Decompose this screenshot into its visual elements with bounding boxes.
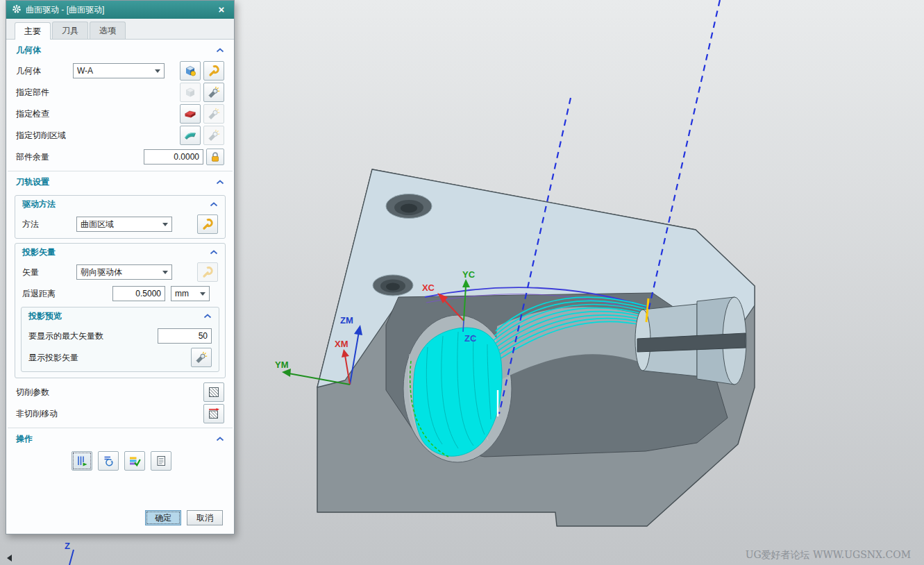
vector-label: 矢量 bbox=[22, 267, 76, 278]
chevron-down-icon bbox=[162, 223, 168, 226]
edit-drive-method-button[interactable] bbox=[197, 214, 218, 234]
geometry-row: 几何体 W-A bbox=[6, 61, 234, 81]
part-cube-icon bbox=[184, 86, 196, 99]
wrench-icon bbox=[208, 65, 220, 77]
tab-tool[interactable]: 刀具 bbox=[52, 22, 88, 39]
lock-button[interactable] bbox=[206, 149, 224, 165]
flashlight-icon bbox=[208, 129, 220, 142]
show-vectors-label: 显示投影矢量 bbox=[28, 352, 78, 364]
chevron-up-icon[interactable] bbox=[216, 180, 224, 185]
cutting-params-button[interactable] bbox=[203, 382, 224, 402]
retract-unit-combo[interactable]: mm bbox=[171, 286, 210, 301]
cancel-button[interactable]: 取消 bbox=[187, 510, 223, 525]
section-geometry-title: 几何体 bbox=[16, 44, 41, 56]
max-vectors-input[interactable] bbox=[158, 328, 212, 344]
gear-icon bbox=[12, 4, 22, 16]
max-vectors-row: 要显示的最大矢量数 bbox=[22, 326, 219, 346]
verify-toolpath-button[interactable] bbox=[124, 451, 145, 471]
specify-check-row: 指定检查 bbox=[6, 104, 234, 124]
part-stock-input[interactable] bbox=[144, 149, 203, 165]
flashlight-icon bbox=[195, 351, 208, 364]
non-cutting-label: 非切削移动 bbox=[16, 408, 58, 420]
select-check-button[interactable] bbox=[180, 104, 201, 124]
chevron-down-icon bbox=[200, 292, 205, 296]
specify-part-row: 指定部件 bbox=[6, 83, 234, 102]
axis-label-zc: ZC bbox=[464, 333, 477, 344]
surface-drive-dialog: 曲面驱动 - [曲面驱动] × 主要 刀具 选项 几何体 几何体 W-A 指定部… bbox=[6, 0, 235, 534]
wrench-icon bbox=[201, 218, 214, 230]
dialog-title: 曲面驱动 - [曲面驱动] bbox=[26, 4, 210, 16]
dialog-titlebar[interactable]: 曲面驱动 - [曲面驱动] × bbox=[6, 1, 234, 19]
dialog-tabs: 主要 刀具 选项 bbox=[6, 19, 234, 40]
method-combo-value: 曲面区域 bbox=[81, 219, 160, 230]
drive-method-header[interactable]: 驱动方法 bbox=[15, 196, 225, 212]
select-cut-area-button[interactable] bbox=[180, 126, 201, 145]
chevron-up-icon[interactable] bbox=[203, 314, 212, 319]
display-cut-area-button bbox=[203, 126, 224, 145]
ok-button[interactable]: 确定 bbox=[145, 510, 181, 525]
vector-combo-value: 朝向驱动体 bbox=[81, 267, 160, 278]
vector-combo[interactable]: 朝向驱动体 bbox=[76, 264, 172, 280]
show-projection-vectors-button[interactable] bbox=[191, 348, 212, 367]
max-vectors-label: 要显示的最大矢量数 bbox=[28, 330, 103, 342]
check-geometry-icon bbox=[184, 108, 196, 120]
list-icon bbox=[155, 455, 167, 467]
chevron-up-icon[interactable] bbox=[216, 48, 224, 53]
drive-method-title: 驱动方法 bbox=[22, 199, 56, 210]
shaft-cylinder[interactable] bbox=[635, 297, 746, 385]
chevron-up-icon[interactable] bbox=[210, 250, 218, 255]
generate-toolpath-button[interactable] bbox=[72, 451, 92, 471]
chevron-up-icon[interactable] bbox=[216, 437, 224, 441]
method-row: 方法 曲面区域 bbox=[15, 214, 225, 234]
close-icon[interactable]: × bbox=[215, 3, 228, 17]
axis-label-ym: YM bbox=[275, 360, 289, 370]
section-geometry-header[interactable]: 几何体 bbox=[6, 41, 234, 59]
axis-label-xm: XM bbox=[335, 339, 348, 349]
section-actions-header[interactable]: 操作 bbox=[6, 430, 234, 448]
dialog-body: 几何体 几何体 W-A 指定部件 指定检查 指定切削区域 bbox=[6, 40, 234, 503]
chevron-down-icon bbox=[162, 271, 168, 274]
section-divider bbox=[8, 428, 233, 428]
cutting-params-label: 切削参数 bbox=[16, 387, 49, 398]
projection-vector-group: 投影矢量 矢量 朝向驱动体 后退距离 mm bbox=[15, 243, 226, 378]
projection-preview-header[interactable]: 投影预览 bbox=[22, 307, 219, 324]
new-geometry-button[interactable] bbox=[180, 61, 201, 81]
generate-toolpath-icon bbox=[76, 455, 88, 467]
show-vectors-row: 显示投影矢量 bbox=[22, 348, 219, 367]
method-label: 方法 bbox=[22, 219, 76, 230]
cutting-params-row: 切削参数 bbox=[6, 382, 234, 402]
geometry-combo-value: W-A bbox=[77, 66, 152, 76]
cut-area-surface-icon bbox=[184, 129, 196, 142]
axis-label-zm: ZM bbox=[340, 315, 353, 326]
replay-toolpath-icon bbox=[102, 455, 115, 467]
flashlight-icon bbox=[208, 86, 220, 99]
resource-bar-collapse-icon[interactable] bbox=[7, 555, 12, 562]
tab-options[interactable]: 选项 bbox=[90, 22, 126, 39]
list-toolpath-button[interactable] bbox=[151, 451, 171, 471]
tab-main[interactable]: 主要 bbox=[15, 22, 51, 40]
section-toolpath-title: 刀轨设置 bbox=[16, 176, 49, 188]
axis-label-xc: XC bbox=[422, 282, 435, 293]
edit-geometry-button[interactable] bbox=[203, 61, 224, 81]
chevron-up-icon[interactable] bbox=[210, 202, 218, 207]
watermark: UG爱好者论坛 WWW.UGSNX.COM bbox=[746, 549, 911, 560]
specify-check-label: 指定检查 bbox=[16, 108, 49, 120]
section-divider bbox=[8, 171, 233, 171]
chevron-down-icon bbox=[155, 69, 160, 73]
part-stock-row: 部件余量 bbox=[6, 147, 234, 167]
replay-toolpath-button[interactable] bbox=[98, 451, 119, 471]
projection-vector-title: 投影矢量 bbox=[22, 246, 56, 258]
retract-distance-input[interactable] bbox=[112, 286, 165, 301]
specify-part-label: 指定部件 bbox=[16, 87, 49, 99]
drive-method-group: 驱动方法 方法 曲面区域 bbox=[15, 195, 226, 239]
verify-toolpath-icon bbox=[128, 455, 141, 467]
specify-cut-area-row: 指定切削区域 bbox=[6, 126, 234, 145]
non-cutting-moves-button[interactable] bbox=[203, 404, 224, 423]
actions-row bbox=[6, 448, 234, 478]
section-toolpath-header[interactable]: 刀轨设置 bbox=[6, 173, 234, 191]
retract-unit-value: mm bbox=[175, 289, 197, 298]
display-part-button[interactable] bbox=[203, 83, 224, 102]
method-combo[interactable]: 曲面区域 bbox=[76, 217, 172, 232]
geometry-combo[interactable]: W-A bbox=[73, 63, 165, 78]
projection-vector-header[interactable]: 投影矢量 bbox=[15, 244, 225, 260]
